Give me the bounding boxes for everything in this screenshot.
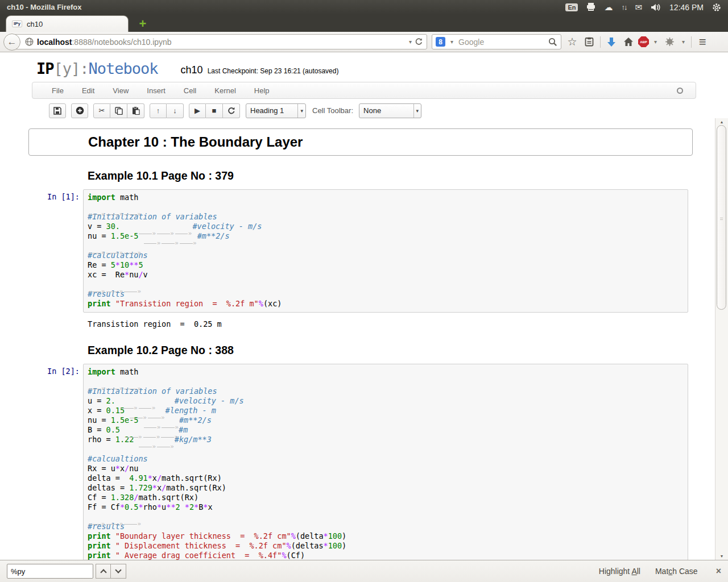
code-line: print " Displacement thickness = %.2f cm… [88, 541, 685, 551]
find-previous-button[interactable] [96, 564, 111, 579]
session-gear-icon[interactable] [712, 3, 721, 12]
cloud-icon[interactable]: ☁ [604, 3, 613, 11]
scrollbar-down-icon[interactable]: ▼ [715, 554, 728, 558]
cut-cell-icon[interactable]: ✂ [93, 103, 110, 118]
run-cell-icon[interactable]: ▶ [189, 103, 206, 118]
code-line: #Initialization of variables [88, 212, 685, 222]
highlight-all-button[interactable]: Highlight All [599, 567, 640, 576]
printer-icon[interactable] [586, 3, 595, 11]
add-cell-button[interactable] [71, 103, 88, 118]
notebook-title[interactable]: ch10 [181, 64, 203, 76]
back-button[interactable]: ← [3, 34, 20, 51]
search-input[interactable]: Google [458, 38, 546, 47]
home-icon[interactable] [621, 35, 636, 49]
heading-text: Chapter 10 : The Boundary Layer [88, 134, 692, 150]
copy-cell-icon[interactable] [110, 103, 127, 118]
code-line: u = 2. #velocity - m/s [88, 396, 685, 406]
code-cell: In [2]:import math#Initialization of var… [28, 364, 693, 560]
code-line [88, 377, 685, 386]
cell-toolbar-select[interactable]: None ▾ [359, 103, 421, 118]
code-line: import math [88, 193, 685, 202]
cell-output: Transistion region = 0.25 m [28, 313, 693, 330]
save-button[interactable] [49, 103, 66, 118]
adblock-dropdown-icon[interactable]: ▾ [651, 39, 660, 45]
ipython-favicon-icon: IPy [12, 20, 22, 27]
find-next-button[interactable] [111, 564, 126, 579]
url-bar[interactable]: localhost:8888/notebooks/ch10.ipynb ▾ [12, 34, 427, 49]
scrollbar-thumb[interactable] [717, 125, 726, 310]
volume-icon[interactable] [651, 3, 661, 11]
paste-cell-icon[interactable] [127, 103, 144, 118]
chevron-down-icon [115, 567, 121, 573]
heading-text: Example 10.1 Page No : 379 [88, 169, 693, 182]
move-cell-down-icon[interactable]: ↓ [167, 103, 184, 118]
menu-view[interactable]: View [104, 82, 138, 99]
clock[interactable]: 12:46 PM [669, 3, 704, 12]
heading-cell[interactable]: Chapter 10 : The Boundary Layer [28, 128, 693, 156]
code-line: print " Average drag coefficient = %.4f"… [88, 551, 685, 560]
desktop-titlebar: ch10 - Mozilla Firefox En ☁ ↑↓ ✉ 12:46 P… [0, 0, 728, 14]
menu-kernel[interactable]: Kernel [205, 82, 245, 99]
browser-navbar: ← localhost:8888/notebooks/ch10.ipynb ▾ … [0, 32, 728, 52]
code-line: Rx = u*x/nu [88, 464, 685, 473]
heading-cell[interactable]: Example 10.1 Page No : 379 [28, 156, 693, 186]
google-logo-icon: 8 [436, 37, 445, 47]
search-icon[interactable] [548, 38, 557, 47]
url-host: localhost [37, 38, 72, 47]
adblock-plus-icon[interactable]: ABP [638, 36, 649, 47]
reload-icon[interactable] [415, 38, 423, 46]
mail-icon[interactable]: ✉ [635, 3, 642, 11]
browser-tabbar: IPy ch10 + [0, 14, 728, 32]
code-line [88, 280, 685, 289]
network-updown-icon[interactable]: ↑↓ [621, 3, 626, 11]
keyboard-layout-indicator[interactable]: En [565, 3, 578, 11]
move-cell-up-icon[interactable]: ↑ [150, 103, 167, 118]
cell-type-select[interactable]: Heading 1 ▾ [246, 103, 306, 118]
system-tray: En ☁ ↑↓ ✉ 12:46 PM [565, 3, 721, 12]
code-line: delta = 4.91*x/math.sqrt(Rx) [88, 473, 685, 483]
code-line: Cf = 1.328/math.sqrt(Rx) [88, 493, 685, 502]
kernel-status-icon [677, 88, 683, 94]
notebook-menubar: FileEditViewInsertCellKernelHelp [32, 82, 696, 99]
navbar-buttons: ☆ ABP ▾ ▾ ≡ [565, 35, 710, 49]
select-caret-icon: ▾ [413, 104, 419, 118]
new-tab-button[interactable]: + [133, 18, 152, 30]
browser-tab-ch10[interactable]: IPy ch10 [6, 15, 129, 32]
code-editor[interactable]: import math#Initialization of variablesu… [83, 364, 688, 560]
search-bar[interactable]: 8 ▾ Google [432, 34, 561, 49]
search-engine-dropdown-icon[interactable]: ▾ [448, 39, 456, 45]
interrupt-kernel-icon[interactable]: ■ [206, 103, 223, 118]
bookmark-star-icon[interactable]: ☆ [565, 35, 580, 49]
code-line: #results [88, 522, 685, 531]
menu-icon[interactable]: ≡ [695, 35, 710, 49]
bookmarks-panel-icon[interactable] [582, 35, 597, 49]
code-line: print "Transistion region = %.2f m"%(xc) [88, 299, 685, 309]
downloads-icon[interactable] [604, 35, 619, 49]
code-line: import math [88, 367, 685, 377]
notebook-toolbar: ✂ ↑ ↓ ▶ ■ Heading 1 ▾ Cell Toolbar: None… [49, 103, 728, 118]
heading-text: Example 10.2 Page No : 388 [88, 344, 693, 357]
menu-help[interactable]: Help [245, 82, 279, 99]
menu-edit[interactable]: Edit [73, 82, 104, 99]
site-globe-icon[interactable] [25, 38, 34, 46]
code-editor[interactable]: import math#Initialization of variablesv… [83, 189, 688, 313]
input-prompt: In [2]: [28, 364, 83, 560]
match-case-button[interactable]: Match Case [655, 567, 698, 576]
move-button-group: ↑ ↓ [150, 103, 184, 118]
menu-insert[interactable]: Insert [138, 82, 175, 99]
restart-kernel-icon[interactable] [223, 103, 240, 118]
ipython-logo[interactable]: IP[y]:Notebook [36, 60, 158, 77]
addon-dropdown-icon[interactable]: ▾ [679, 39, 688, 45]
code-line: Ff = Cf*0.5*rho*u**2 *2*B*x [88, 502, 685, 512]
find-input[interactable] [7, 564, 93, 579]
url-path: :8888/notebooks/ch10.ipynb [72, 38, 171, 47]
menu-cell[interactable]: Cell [175, 82, 205, 99]
addon-icon[interactable] [662, 35, 677, 49]
vertical-scrollbar[interactable]: ▲ ▼ [715, 118, 728, 560]
menu-file[interactable]: File [43, 82, 73, 99]
url-dropdown-icon[interactable]: ▾ [406, 39, 415, 45]
scrollbar-up-icon[interactable]: ▲ [715, 120, 728, 124]
code-line: deltas = 1.729*x/math.sqrt(Rx) [88, 483, 685, 493]
heading-cell[interactable]: Example 10.2 Page No : 388 [28, 330, 693, 360]
find-close-icon[interactable]: × [716, 566, 721, 576]
